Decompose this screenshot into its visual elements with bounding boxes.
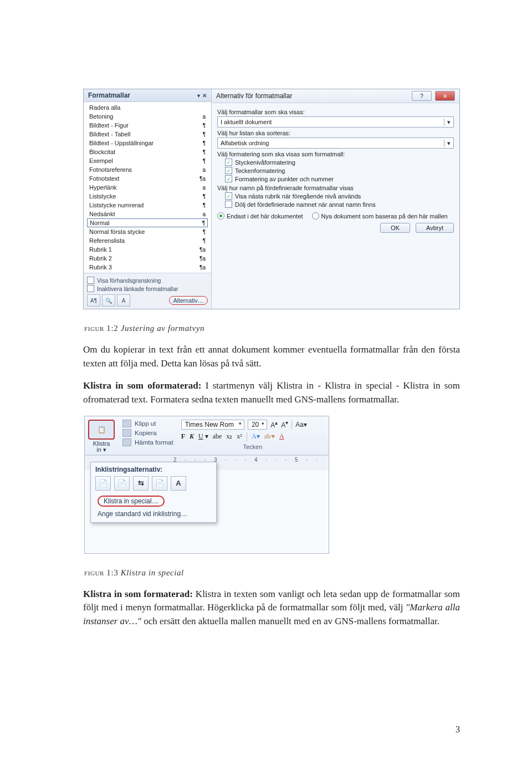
styles-list[interactable]: Radera allaBetoningaBildtext - Figur¶Bil… bbox=[84, 102, 211, 273]
style-name: Hyperlänk bbox=[89, 184, 117, 191]
font-name-combo[interactable]: Times New Rom bbox=[181, 420, 244, 430]
style-row[interactable]: Nedsänkta bbox=[84, 210, 211, 218]
disable-linked-checkbox[interactable]: Inaktivera länkade formatmallar bbox=[87, 285, 208, 292]
style-name: Normal första stycke bbox=[89, 228, 145, 235]
bold-button[interactable]: F bbox=[181, 432, 185, 441]
style-name: Bildtext - Tabell bbox=[89, 131, 130, 137]
show-next-checkbox[interactable]: ✓Visa nästa rubrik när föregående nivå a… bbox=[225, 192, 454, 200]
style-row[interactable]: Liststycke¶ bbox=[84, 192, 211, 201]
style-row[interactable]: Fotnotsreferensa bbox=[84, 165, 211, 174]
style-type-mark: ¶ bbox=[203, 123, 206, 129]
dialog-title: Alternativ för formatmallar bbox=[216, 92, 292, 100]
style-type-mark: ¶ bbox=[202, 220, 205, 226]
style-row[interactable]: Rubrik 2¶a bbox=[84, 254, 211, 263]
style-type-mark: ¶a bbox=[200, 264, 206, 271]
clipboard-icon: 📋 bbox=[98, 426, 106, 433]
options-button[interactable]: Alternativ… bbox=[169, 296, 208, 305]
set-default-paste-item[interactable]: Ange standard vid inklistring… bbox=[98, 510, 212, 518]
style-row[interactable]: Radera alla bbox=[84, 103, 211, 112]
superscript-button[interactable]: x² bbox=[237, 432, 242, 441]
only-this-doc-radio[interactable]: Endast i det här dokumentet bbox=[217, 212, 303, 220]
paste-special-item[interactable]: Klistra in special… bbox=[98, 496, 165, 507]
style-type-mark: ¶ bbox=[203, 131, 206, 137]
style-row[interactable]: Betoninga bbox=[84, 112, 211, 121]
paste-keep-dest-icon[interactable]: 📄 bbox=[152, 476, 167, 491]
copy-item[interactable]: Kopiera bbox=[122, 429, 173, 437]
new-style-button[interactable]: A¶ bbox=[87, 294, 100, 307]
style-row[interactable]: Rubrik 3¶a bbox=[84, 263, 211, 272]
italic-button[interactable]: K bbox=[190, 432, 194, 441]
cut-item[interactable]: Klipp ut bbox=[122, 420, 173, 427]
new-doc-radio[interactable]: Nya dokument som baseras på den här mall… bbox=[312, 212, 448, 220]
highlight-button[interactable]: ab⁄▾ bbox=[264, 432, 275, 441]
cancel-button[interactable]: Avbryt bbox=[416, 223, 454, 233]
dropdown-icon[interactable]: ▾ bbox=[197, 93, 200, 99]
style-name: Exempel bbox=[89, 157, 113, 164]
style-type-mark: ¶a bbox=[200, 256, 206, 262]
style-name: Rubrik 1 bbox=[89, 246, 112, 253]
style-name: Referenslista bbox=[89, 237, 125, 244]
paste-merge-icon[interactable]: 📄 bbox=[114, 476, 130, 491]
change-case-icon[interactable]: Aa▾ bbox=[295, 421, 307, 429]
hide-name-checkbox[interactable]: Dölj det fördefinierade namnet när annat… bbox=[225, 201, 454, 208]
subscript-button[interactable]: x₂ bbox=[226, 432, 232, 441]
style-type-mark: ¶ bbox=[203, 238, 206, 244]
paste-keep-source-icon[interactable]: 📄 bbox=[95, 476, 111, 491]
style-name: Blockcitat bbox=[89, 149, 115, 155]
style-row[interactable]: Normal¶ bbox=[87, 218, 208, 227]
style-row[interactable]: Normal första stycke¶ bbox=[84, 227, 211, 236]
style-type-mark: a bbox=[202, 167, 206, 173]
para-format-checkbox[interactable]: ✓Styckenivåformatering bbox=[225, 159, 454, 166]
style-type-mark: ¶a bbox=[200, 176, 206, 182]
style-row[interactable]: Hyperlänka bbox=[84, 183, 211, 192]
style-type-mark: ¶ bbox=[203, 140, 206, 146]
formatting-label: Välj formatering som ska visas som forma… bbox=[217, 151, 454, 157]
paste-button[interactable]: 📋 bbox=[88, 420, 115, 440]
style-type-mark: a bbox=[202, 211, 206, 217]
style-name: Bildtext - Uppställningar bbox=[89, 140, 154, 146]
paragraph-1: Om du kopierar in text från ett annat do… bbox=[83, 343, 460, 370]
style-name: Liststycke bbox=[89, 193, 116, 200]
manage-styles-button[interactable]: A bbox=[117, 294, 130, 307]
format-painter-item[interactable]: Hämta format bbox=[122, 438, 173, 446]
preview-checkbox[interactable]: Visa förhandsgranskning bbox=[87, 277, 208, 284]
bullet-format-checkbox[interactable]: ✓Formatering av punkter och nummer bbox=[225, 175, 454, 182]
style-type-mark: a bbox=[202, 114, 206, 120]
brush-icon bbox=[122, 438, 131, 446]
close-button[interactable]: ✕ bbox=[435, 91, 455, 101]
style-row[interactable]: Bildtext - Tabell¶ bbox=[84, 130, 211, 139]
char-format-checkbox[interactable]: ✓Teckenformatering bbox=[225, 167, 454, 174]
style-row[interactable]: Fotnotstext¶a bbox=[84, 174, 211, 183]
figure-1-3-screenshot: 📋 Klistrain ▾ Klipp ut Kopiera Hämta for… bbox=[84, 416, 329, 554]
show-styles-label: Välj formatmallar som ska visas: bbox=[217, 109, 454, 115]
style-row[interactable]: Bildtext - Uppställningar¶ bbox=[84, 139, 211, 147]
style-row[interactable]: Blockcitat¶ bbox=[84, 147, 211, 156]
style-inspector-button[interactable]: 🔍 bbox=[102, 294, 115, 307]
paste-text-only-icon[interactable]: A bbox=[171, 476, 186, 491]
style-row[interactable]: Exempel¶ bbox=[84, 156, 211, 165]
chevron-down-icon: ▾ bbox=[444, 119, 453, 126]
font-size-combo[interactable]: 20 bbox=[248, 420, 267, 430]
shrink-font-icon[interactable]: A▾ bbox=[281, 420, 288, 429]
style-type-mark: ¶ bbox=[203, 229, 206, 235]
sort-combo[interactable]: Alfabetisk ordning▾ bbox=[217, 137, 454, 149]
text-effects-button[interactable]: A▾ bbox=[252, 432, 260, 441]
style-row[interactable]: Liststycke numrerad¶ bbox=[84, 201, 211, 210]
font-color-button[interactable]: A bbox=[279, 432, 284, 441]
style-name: Rubrik 3 bbox=[89, 264, 112, 271]
style-row[interactable]: Rubrik 1¶a bbox=[84, 245, 211, 254]
style-row[interactable]: Referenslista¶ bbox=[84, 236, 211, 245]
strike-button[interactable]: abe bbox=[213, 432, 222, 441]
grow-font-icon[interactable]: A▴ bbox=[270, 420, 278, 429]
help-button[interactable]: ? bbox=[412, 91, 432, 101]
underline-button[interactable]: U ▾ bbox=[198, 432, 208, 441]
close-icon[interactable]: ✕ bbox=[202, 93, 207, 99]
style-row[interactable]: Bildtext - Figur¶ bbox=[84, 121, 211, 130]
figure-1-2-screenshot: Formatmallar ▾✕ Radera allaBetoningaBild… bbox=[83, 89, 460, 309]
copy-icon bbox=[122, 429, 131, 437]
show-styles-combo[interactable]: I aktuellt dokument▾ bbox=[217, 116, 454, 127]
styles-panel-controls: ▾✕ bbox=[195, 91, 207, 99]
ok-button[interactable]: OK bbox=[380, 223, 410, 233]
paste-picture-icon[interactable]: ⇆ bbox=[133, 476, 149, 491]
style-type-mark: ¶ bbox=[203, 193, 206, 200]
